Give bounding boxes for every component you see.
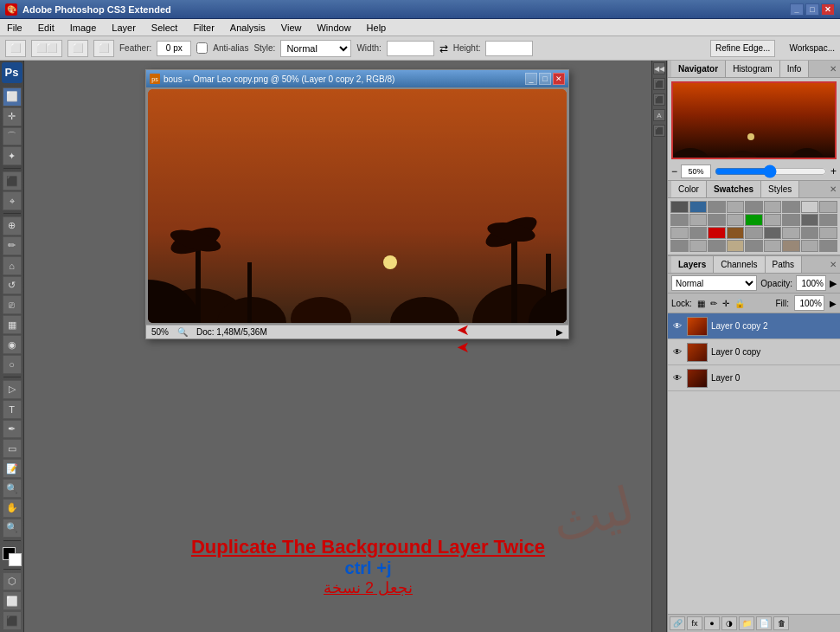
swatch-11[interactable] bbox=[689, 214, 708, 226]
opacity-arrow[interactable]: ▶ bbox=[830, 278, 837, 289]
magic-wand-tool[interactable]: ✦ bbox=[3, 146, 22, 165]
swatch-6[interactable] bbox=[764, 201, 782, 213]
eraser-tool[interactable]: ⎚ bbox=[3, 295, 22, 314]
marquee-options-4[interactable]: ⬜ bbox=[93, 40, 114, 57]
color-picker[interactable] bbox=[3, 547, 22, 566]
menu-file[interactable]: File bbox=[3, 21, 26, 35]
screen-mode-2[interactable]: ⬛ bbox=[3, 611, 22, 630]
swatch-4[interactable] bbox=[727, 201, 745, 213]
height-input[interactable] bbox=[485, 41, 533, 56]
tab-paths[interactable]: Paths bbox=[766, 256, 803, 273]
layers-new-button[interactable]: 📄 bbox=[756, 616, 772, 630]
swatch-1[interactable] bbox=[670, 201, 689, 213]
brush-tool[interactable]: ✏ bbox=[3, 236, 22, 255]
vert-collapse-btn[interactable]: ◀◀ bbox=[653, 62, 665, 74]
swatch-28[interactable] bbox=[670, 240, 689, 252]
layer-item-0[interactable]: 👁 Layer 0 bbox=[668, 365, 840, 391]
swatch-8[interactable] bbox=[801, 201, 819, 213]
layer-item-copy2[interactable]: 👁 Layer 0 copy 2 bbox=[668, 313, 840, 339]
text-tool[interactable]: T bbox=[3, 400, 22, 419]
zoom-value-input[interactable] bbox=[681, 164, 711, 178]
layers-delete-button[interactable]: 🗑 bbox=[773, 616, 789, 630]
lock-all-icon[interactable]: 🔒 bbox=[734, 299, 745, 308]
layer-item-copy[interactable]: 👁 Layer 0 copy bbox=[668, 339, 840, 365]
swatch-21[interactable] bbox=[708, 227, 726, 239]
feather-input[interactable] bbox=[157, 41, 191, 56]
swatch-36[interactable] bbox=[819, 240, 837, 252]
swatch-13[interactable] bbox=[727, 214, 745, 226]
layer-visibility-copy[interactable]: 👁 bbox=[671, 346, 683, 358]
layer-visibility-copy2[interactable]: 👁 bbox=[671, 320, 683, 332]
gradient-tool[interactable]: ▦ bbox=[3, 315, 22, 334]
crop-tool[interactable]: ⬛ bbox=[3, 171, 22, 190]
swatches-close[interactable]: ✕ bbox=[830, 184, 837, 194]
menu-window[interactable]: Window bbox=[313, 21, 354, 35]
swatch-26[interactable] bbox=[801, 227, 819, 239]
swatch-3[interactable] bbox=[708, 201, 726, 213]
menu-select[interactable]: Select bbox=[148, 21, 182, 35]
navigator-close[interactable]: ✕ bbox=[830, 64, 837, 74]
eyedropper-tool[interactable]: 🔍 bbox=[3, 479, 22, 498]
screen-mode[interactable]: ⬜ bbox=[3, 591, 22, 610]
dodge-tool[interactable]: ○ bbox=[3, 355, 22, 374]
vert-tool-1[interactable]: ⬛ bbox=[653, 78, 665, 90]
zoom-slider[interactable] bbox=[715, 167, 827, 176]
tab-swatches[interactable]: Swatches bbox=[707, 181, 761, 197]
move-tool[interactable]: ✛ bbox=[3, 107, 22, 126]
swatch-19[interactable] bbox=[670, 227, 689, 239]
vert-tool-3[interactable]: A bbox=[653, 109, 665, 121]
vert-tool-2[interactable]: ⬛ bbox=[653, 94, 665, 106]
zoom-plus-icon[interactable]: + bbox=[830, 165, 837, 177]
maximize-button[interactable]: □ bbox=[805, 3, 819, 16]
marquee-tool-options[interactable]: ⬜ bbox=[5, 40, 26, 57]
menu-help[interactable]: Help bbox=[363, 21, 390, 35]
tab-styles[interactable]: Styles bbox=[761, 181, 799, 197]
tab-color[interactable]: Color bbox=[671, 181, 707, 197]
refine-edge-button[interactable]: Refine Edge... bbox=[710, 40, 775, 57]
antialias-checkbox[interactable] bbox=[196, 42, 208, 54]
zoom-minus-icon[interactable]: − bbox=[671, 165, 677, 177]
swatch-14[interactable] bbox=[745, 214, 763, 226]
swatch-33[interactable] bbox=[764, 240, 782, 252]
doc-restore-button[interactable]: □ bbox=[539, 73, 551, 85]
swatch-24[interactable] bbox=[764, 227, 782, 239]
clone-stamp-tool[interactable]: ⌂ bbox=[3, 256, 22, 275]
width-input[interactable] bbox=[387, 41, 434, 56]
swatch-35[interactable] bbox=[801, 240, 819, 252]
swatch-17[interactable] bbox=[801, 214, 819, 226]
layer-visibility-0[interactable]: 👁 bbox=[671, 372, 683, 384]
zoom-tool[interactable]: 🔍 bbox=[3, 519, 22, 538]
blur-tool[interactable]: ◉ bbox=[3, 335, 22, 354]
scroll-right-arrow[interactable]: ▶ bbox=[556, 327, 563, 337]
tab-layers[interactable]: Layers bbox=[671, 256, 714, 273]
tab-channels[interactable]: Channels bbox=[714, 256, 765, 273]
swatch-27[interactable] bbox=[819, 227, 837, 239]
pen-tool[interactable]: ✒ bbox=[3, 420, 22, 439]
swatch-22[interactable] bbox=[727, 227, 745, 239]
swatch-32[interactable] bbox=[745, 240, 763, 252]
marquee-options-3[interactable]: ⬜ bbox=[67, 40, 88, 57]
menu-view[interactable]: View bbox=[278, 21, 305, 35]
layers-adjustment-button[interactable]: ◑ bbox=[721, 616, 737, 630]
swatch-18[interactable] bbox=[819, 214, 837, 226]
background-color[interactable] bbox=[9, 553, 22, 566]
tab-navigator[interactable]: Navigator bbox=[671, 61, 726, 77]
hand-tool[interactable]: ✋ bbox=[3, 499, 22, 518]
style-select[interactable]: Normal Fixed Ratio Fixed Size bbox=[280, 40, 351, 57]
doc-close-button[interactable]: ✕ bbox=[553, 73, 565, 85]
swatch-7[interactable] bbox=[782, 201, 800, 213]
swatch-23[interactable] bbox=[745, 227, 763, 239]
swatch-16[interactable] bbox=[782, 214, 800, 226]
tab-histogram[interactable]: Histogram bbox=[726, 61, 780, 77]
minimize-button[interactable]: _ bbox=[790, 3, 804, 16]
history-brush-tool[interactable]: ↺ bbox=[3, 276, 22, 295]
menu-image[interactable]: Image bbox=[67, 21, 100, 35]
swatch-10[interactable] bbox=[670, 214, 689, 226]
lock-position-icon[interactable]: ✛ bbox=[722, 299, 729, 308]
vert-tool-4[interactable]: ⬛ bbox=[653, 125, 665, 137]
fill-arrow[interactable]: ▶ bbox=[830, 299, 837, 308]
layers-group-button[interactable]: 📁 bbox=[739, 616, 754, 630]
notes-tool[interactable]: 📝 bbox=[3, 459, 22, 478]
blend-mode-select[interactable]: Normal Multiply Screen bbox=[671, 275, 757, 291]
swatch-12[interactable] bbox=[708, 214, 726, 226]
